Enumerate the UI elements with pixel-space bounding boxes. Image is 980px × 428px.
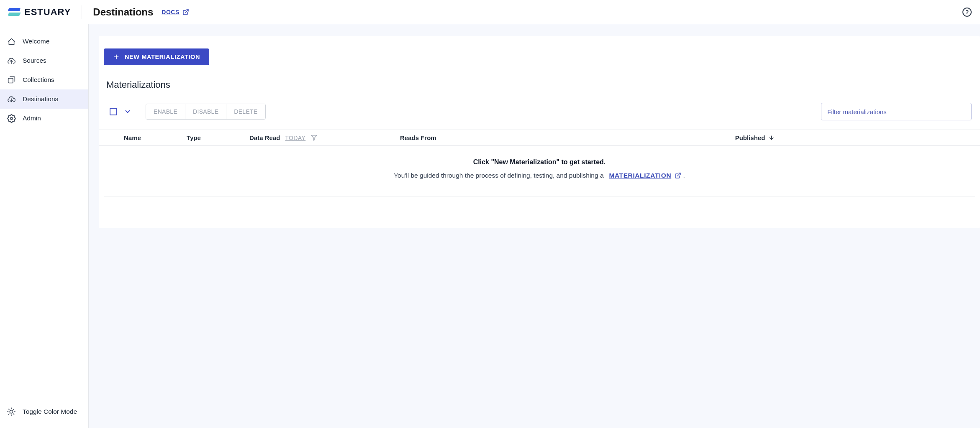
gear-icon <box>7 114 16 123</box>
sun-icon <box>7 407 16 416</box>
empty-sub-suffix: . <box>683 172 685 179</box>
sidebar-item-label: Destinations <box>23 95 58 103</box>
empty-state: Click "New Materialization" to get start… <box>104 146 975 196</box>
sidebar-item-destinations[interactable]: Destinations <box>0 89 88 109</box>
svg-line-12 <box>9 414 9 414</box>
select-menu-trigger[interactable] <box>124 108 131 115</box>
filter-icon[interactable] <box>310 134 318 141</box>
new-button-label: NEW MATERIALIZATION <box>125 54 200 60</box>
sort-desc-icon <box>768 135 775 141</box>
enable-button[interactable]: ENABLE <box>146 104 185 119</box>
materialization-link-label: MATERIALIZATION <box>609 170 671 181</box>
svg-rect-2 <box>8 78 13 83</box>
materialization-link[interactable]: MATERIALIZATION <box>609 170 681 181</box>
brand-name: ESTUARY <box>24 7 71 18</box>
filter-input[interactable] <box>821 103 972 120</box>
svg-line-18 <box>677 173 680 176</box>
sidebar-item-admin[interactable]: Admin <box>0 109 88 128</box>
brand-mark-icon <box>8 6 20 18</box>
help-button[interactable]: ? <box>962 8 972 17</box>
header: ESTUARY Destinations DOCS ? <box>0 0 980 24</box>
sidebar-item-label: Admin <box>23 115 41 122</box>
svg-line-13 <box>13 409 14 410</box>
section-title: Materializations <box>106 79 980 90</box>
plus-icon <box>113 54 120 60</box>
svg-marker-16 <box>311 135 317 140</box>
col-type[interactable]: Type <box>187 134 249 141</box>
svg-line-8 <box>9 409 9 410</box>
data-read-range[interactable]: TODAY <box>285 135 305 141</box>
empty-subtitle: You'll be guided through the process of … <box>112 170 967 181</box>
toggle-color-mode[interactable]: Toggle Color Mode <box>7 407 82 416</box>
svg-line-0 <box>185 10 188 13</box>
external-link-icon <box>675 172 681 179</box>
disable-button[interactable]: DISABLE <box>185 104 226 119</box>
cloud-download-icon <box>7 94 16 104</box>
col-data-read[interactable]: Data Read <box>249 134 280 141</box>
brand-logo[interactable]: ESTUARY <box>8 6 71 18</box>
empty-title: Click "New Materialization" to get start… <box>112 158 967 166</box>
svg-point-4 <box>10 117 12 119</box>
sidebar-item-label: Welcome <box>23 38 49 45</box>
sidebar-item-sources[interactable]: Sources <box>0 51 88 70</box>
chevron-down-icon <box>124 108 131 115</box>
sidebar: Welcome Sources Collections <box>0 24 89 428</box>
docs-link[interactable]: DOCS <box>162 9 189 15</box>
new-materialization-button[interactable]: NEW MATERIALIZATION <box>104 48 209 65</box>
sidebar-item-label: Sources <box>23 57 46 64</box>
svg-line-9 <box>13 414 14 414</box>
external-link-icon <box>182 9 189 15</box>
bulk-actions: ENABLE DISABLE DELETE <box>146 104 266 120</box>
empty-sub-prefix: You'll be guided through the process of … <box>394 172 603 179</box>
home-icon <box>7 37 16 46</box>
col-published[interactable]: Published <box>735 134 765 141</box>
collections-icon <box>7 75 16 84</box>
content-card: NEW MATERIALIZATION Materializations ENA… <box>99 36 980 228</box>
divider <box>82 5 82 19</box>
page-title: Destinations <box>93 6 153 18</box>
sidebar-item-collections[interactable]: Collections <box>0 70 88 89</box>
toggle-label: Toggle Color Mode <box>23 408 77 415</box>
col-reads-from[interactable]: Reads From <box>400 134 530 141</box>
svg-point-5 <box>10 410 13 413</box>
sidebar-item-label: Collections <box>23 76 54 84</box>
select-all-checkbox[interactable] <box>110 108 117 115</box>
delete-button[interactable]: DELETE <box>226 104 265 119</box>
col-name[interactable]: Name <box>124 134 187 141</box>
main: NEW MATERIALIZATION Materializations ENA… <box>89 24 980 428</box>
sidebar-item-welcome[interactable]: Welcome <box>0 32 88 51</box>
docs-label: DOCS <box>162 9 179 15</box>
table-header: Name Type Data Read TODAY Reads From Pub… <box>99 130 980 146</box>
cloud-upload-icon <box>7 56 16 65</box>
table-toolbar: ENABLE DISABLE DELETE <box>107 103 972 120</box>
